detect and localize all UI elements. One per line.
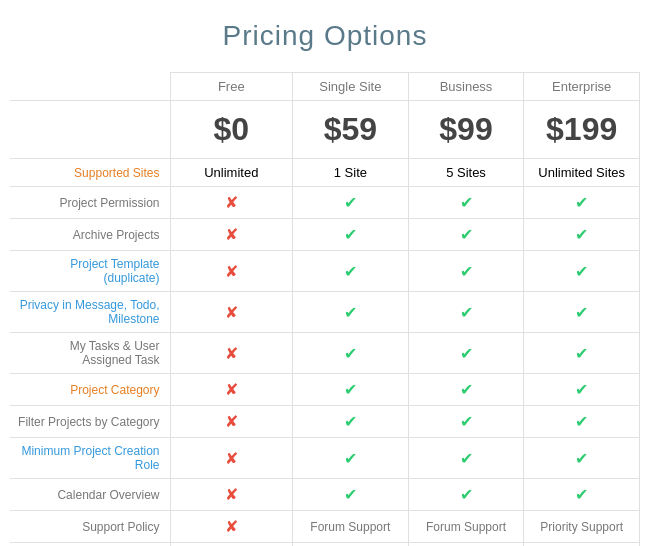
check-icon: ✔ (344, 194, 357, 211)
table-cell: ✔ (524, 479, 640, 511)
check-icon: ✔ (575, 304, 588, 321)
cross-icon: ✘ (225, 263, 238, 280)
table-cell: ✔ (524, 292, 640, 333)
check-icon: ✔ (460, 226, 473, 243)
check-icon: ✔ (575, 226, 588, 243)
check-icon: ✔ (575, 345, 588, 362)
table-cell: ✔ (524, 219, 640, 251)
table-cell: 1 Site (293, 159, 409, 187)
table-cell: Forum Support (408, 511, 524, 543)
feature-label: Project Template (duplicate) (10, 251, 170, 292)
table-cell: ✘ (170, 511, 293, 543)
check-icon: ✔ (460, 304, 473, 321)
table-cell: ✘ (170, 187, 293, 219)
check-icon: ✔ (344, 226, 357, 243)
feature-label: Projects in Frontend (10, 543, 170, 547)
check-icon: ✔ (344, 345, 357, 362)
table-cell: ✔ (524, 406, 640, 438)
feature-label: Archive Projects (10, 219, 170, 251)
page-title: Pricing Options (223, 20, 428, 52)
cross-icon: ✘ (225, 381, 238, 398)
check-icon: ✔ (460, 381, 473, 398)
table-cell: ✘ (170, 333, 293, 374)
table-cell: Free (408, 543, 524, 547)
table-cell: ✔ (408, 292, 524, 333)
check-icon: ✔ (575, 263, 588, 280)
table-cell: ✔ (524, 438, 640, 479)
table-cell: ✔ (408, 187, 524, 219)
check-icon: ✔ (460, 345, 473, 362)
table-cell: ✔ (408, 219, 524, 251)
table-cell: ✔ (293, 251, 409, 292)
table-cell: Priority Support (524, 511, 640, 543)
check-icon: ✔ (344, 450, 357, 467)
table-cell: ✔ (408, 438, 524, 479)
table-cell: ✔ (524, 333, 640, 374)
table-cell: ✔ (293, 187, 409, 219)
table-cell: ✔ (293, 479, 409, 511)
check-icon: ✔ (460, 486, 473, 503)
cross-icon: ✘ (225, 486, 238, 503)
table-cell: ✘ (170, 406, 293, 438)
check-icon: ✔ (460, 413, 473, 430)
col-header-business: Business (408, 73, 524, 101)
cross-icon: ✘ (225, 304, 238, 321)
price-label-cell (10, 101, 170, 159)
table-cell: ✘ (170, 438, 293, 479)
col-header-enterprise: Enterprise (524, 73, 640, 101)
check-icon: ✔ (575, 450, 588, 467)
cross-icon: ✘ (225, 413, 238, 430)
check-icon: ✔ (460, 194, 473, 211)
table-cell: ✘ (170, 374, 293, 406)
check-icon: ✔ (575, 486, 588, 503)
empty-header (10, 73, 170, 101)
table-cell: Free (293, 543, 409, 547)
table-cell: ✔ (293, 219, 409, 251)
table-cell: ✔ (408, 333, 524, 374)
pricing-table: Free Single Site Business Enterprise $0 … (10, 72, 640, 546)
feature-label: Filter Projects by Category (10, 406, 170, 438)
table-cell: via Add-on (170, 543, 293, 547)
price-business: $99 (408, 101, 524, 159)
table-cell: ✘ (170, 292, 293, 333)
table-cell: ✔ (293, 292, 409, 333)
check-icon: ✔ (344, 413, 357, 430)
table-cell: ✔ (524, 251, 640, 292)
col-header-free: Free (170, 73, 293, 101)
cross-icon: ✘ (225, 345, 238, 362)
cross-icon: ✘ (225, 518, 238, 535)
table-cell: ✔ (524, 187, 640, 219)
table-cell: ✔ (524, 374, 640, 406)
table-cell: ✔ (408, 251, 524, 292)
check-icon: ✔ (344, 304, 357, 321)
table-cell: 5 Sites (408, 159, 524, 187)
cross-icon: ✘ (225, 450, 238, 467)
price-free: $0 (170, 101, 293, 159)
table-cell: ✘ (170, 219, 293, 251)
feature-label: My Tasks & User Assigned Task (10, 333, 170, 374)
cross-icon: ✘ (225, 194, 238, 211)
check-icon: ✔ (344, 486, 357, 503)
feature-label: Privacy in Message, Todo, Milestone (10, 292, 170, 333)
table-cell: ✔ (293, 374, 409, 406)
table-cell: ✘ (170, 479, 293, 511)
table-cell: ✔ (293, 333, 409, 374)
table-cell: ✔ (408, 406, 524, 438)
table-cell: ✘ (170, 251, 293, 292)
table-cell: Free (524, 543, 640, 547)
check-icon: ✔ (575, 381, 588, 398)
price-single: $59 (293, 101, 409, 159)
check-icon: ✔ (344, 263, 357, 280)
feature-label: Calendar Overview (10, 479, 170, 511)
table-cell: Forum Support (293, 511, 409, 543)
cross-icon: ✘ (225, 226, 238, 243)
feature-label: Minimum Project Creation Role (10, 438, 170, 479)
table-cell: Unlimited (170, 159, 293, 187)
table-cell: ✔ (408, 374, 524, 406)
table-cell: ✔ (293, 406, 409, 438)
table-cell: ✔ (293, 438, 409, 479)
col-header-single: Single Site (293, 73, 409, 101)
feature-label: Project Category (10, 374, 170, 406)
feature-label: Project Permission (10, 187, 170, 219)
check-icon: ✔ (575, 194, 588, 211)
